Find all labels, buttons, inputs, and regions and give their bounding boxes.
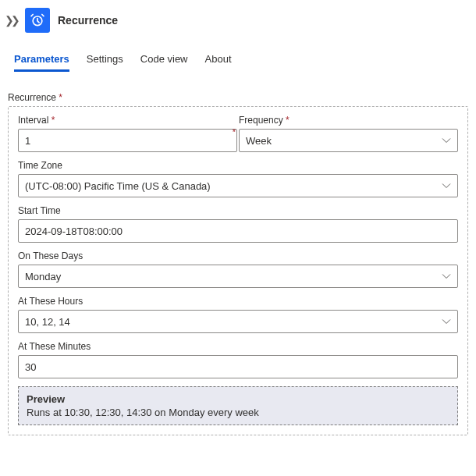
tab-code-view[interactable]: Code view xyxy=(140,53,188,72)
chevron-down-icon xyxy=(442,317,451,326)
tab-parameters[interactable]: Parameters xyxy=(14,53,69,72)
days-label: On These Days xyxy=(18,250,458,261)
frequency-value: Week xyxy=(246,135,272,147)
collapse-expand-icon[interactable]: ❯❯ xyxy=(5,14,17,27)
required-marker: * xyxy=(233,127,236,137)
minutes-label: At These Minutes xyxy=(18,341,458,352)
start-time-input[interactable] xyxy=(18,219,458,243)
step-header: ❯❯ Recurrence xyxy=(0,0,476,39)
hours-label: At These Hours xyxy=(18,296,458,307)
frequency-label: Frequency xyxy=(239,115,458,126)
minutes-input[interactable] xyxy=(18,355,458,378)
chevron-down-icon xyxy=(442,136,451,145)
clock-alarm-icon xyxy=(25,8,50,33)
chevron-down-icon xyxy=(442,272,451,281)
days-select[interactable]: Monday xyxy=(18,265,458,288)
frequency-select[interactable]: Week xyxy=(239,129,458,152)
days-value: Monday xyxy=(25,271,61,282)
timezone-value: (UTC-08:00) Pacific Time (US & Canada) xyxy=(25,180,211,192)
interval-input[interactable] xyxy=(18,129,237,152)
timezone-label: Time Zone xyxy=(18,160,458,171)
section-title: Recurrence xyxy=(8,92,468,103)
preview-box: Preview Runs at 10:30, 12:30, 14:30 on M… xyxy=(18,386,458,425)
preview-text: Runs at 10:30, 12:30, 14:30 on Monday ev… xyxy=(27,407,449,418)
chevron-down-icon xyxy=(442,181,451,190)
hours-select[interactable]: 10, 12, 14 xyxy=(18,310,458,333)
preview-title: Preview xyxy=(27,393,449,405)
recurrence-fieldset: Interval * Frequency Week Time Zone (UTC… xyxy=(8,106,468,435)
tab-settings[interactable]: Settings xyxy=(87,53,123,72)
step-title: Recurrence xyxy=(58,14,118,27)
tab-about[interactable]: About xyxy=(205,53,232,72)
start-time-label: Start Time xyxy=(18,205,458,216)
tab-bar: Parameters Settings Code view About xyxy=(0,39,476,72)
interval-label: Interval xyxy=(18,115,237,126)
timezone-select[interactable]: (UTC-08:00) Pacific Time (US & Canada) xyxy=(18,174,458,197)
hours-value: 10, 12, 14 xyxy=(25,316,70,328)
